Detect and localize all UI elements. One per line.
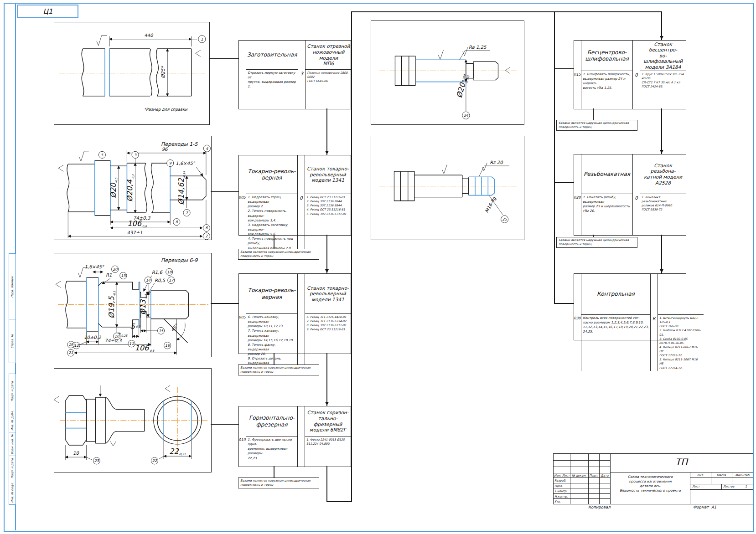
svg-text:23: 23 (94, 459, 99, 463)
dim-10: 10 (65, 445, 92, 460)
connector (554, 11, 555, 303)
connector (554, 182, 574, 183)
mill-direction (100, 385, 116, 446)
operation-number-cell: 020 (574, 154, 581, 235)
svg-text:10: 10 (114, 334, 119, 339)
svg-text:R1,6: R1,6 (152, 270, 163, 275)
balloon-22: 22 (151, 457, 158, 464)
arrow-down-icon (660, 150, 663, 154)
tooling-list: 6. Резец 311.2126.4420-01 7. Резец 311.2… (305, 314, 351, 333)
sketch-caption: Переходы 1-5 (161, 141, 198, 147)
datum-icon (58, 165, 63, 171)
balloon-16: 16 (164, 342, 171, 349)
balloon-7: 7 (183, 209, 190, 216)
connector (351, 11, 662, 12)
count-cell: 0 (298, 155, 305, 256)
count-cell (298, 406, 305, 467)
operation-card-inspection: 030 Контрольная Контроль всех поверхност… (574, 273, 686, 340)
svg-text:10±0,2: 10±0,2 (84, 335, 101, 340)
operation-number-cell: 015 (574, 41, 581, 109)
operation-number-cell: 030 (574, 274, 581, 371)
dim-5: 5-0,3 (130, 317, 157, 333)
balloon-11: 11 (128, 340, 135, 347)
balloon-18: 18 (166, 268, 173, 275)
col-data: Дата (599, 474, 610, 478)
balloon-9: 9 (167, 159, 174, 166)
operation-number-cell: 010 (239, 406, 246, 467)
frame-field-perv-primen: Перв. примен. (9, 253, 16, 320)
svg-text:74±0,3: 74±0,3 (104, 338, 122, 343)
tooling-list: 1. Комплект резьбонакатных роликов 614-П… (640, 194, 686, 213)
operation-number-cell: 005 (239, 274, 246, 371)
balloon-6: 6 (203, 225, 210, 231)
dim-10: 10±0,2 (80, 332, 101, 344)
connector (554, 68, 574, 69)
col-podp: Подп. (588, 474, 599, 478)
format-value: А1 (711, 505, 716, 509)
svg-text:Ra 1,25: Ra 1,25 (469, 45, 487, 50)
dim-440: 440 (109, 33, 197, 46)
machine-title: Станок отрезной ножовочный модели МП6 (306, 41, 351, 70)
frame-field-inv-dubl: Инв. № дубл. (9, 408, 16, 433)
svg-text:17: 17 (169, 278, 174, 282)
sketch-caption: Переходы 6-9 (161, 257, 198, 263)
count-cell (298, 274, 305, 371)
operation-card-turning-1: 005 Токарно-револь- верная 1. Подрезать … (238, 155, 351, 236)
operation-number: 015 (573, 72, 581, 77)
machine-title: Станок токарно- револьверный модели 1341 (305, 274, 351, 314)
tooling-list: Полотно ножовочное 2800-0002 ГОСТ 6645-8… (306, 70, 351, 84)
svg-text:7: 7 (186, 211, 188, 215)
dim-dia20-e9: Ø20-0,040-0,092 (455, 60, 470, 111)
connector (274, 466, 274, 478)
col-izm: Изм. (554, 474, 562, 478)
row-tkontr: Т.контр. (554, 489, 567, 493)
machine-title: Станок резьбона- катной модели А2528 (640, 154, 686, 194)
operation-number: 005 (238, 315, 246, 319)
operation-card-turning-2: 005 Токарно-револь- верная 6. Точить кан… (238, 273, 351, 354)
balloon-20: 20 (112, 266, 119, 272)
sketch-grinding-svg: Ra 1,25 Ø20-0,040-0,092 24 (371, 21, 524, 124)
connector (211, 424, 238, 425)
svg-text:106-0,8: 106-0,8 (135, 344, 155, 352)
operation-steps: 1. Подрезать торец, выдерживая размер 2.… (246, 194, 297, 256)
roughness-callout: Ra 1,25 (460, 45, 490, 60)
arrow-down-icon (660, 36, 663, 40)
count-cell: К (651, 274, 658, 371)
reference-note: *Размер для справки (144, 107, 188, 112)
connector (593, 235, 594, 237)
sheets-label: Листов (723, 485, 734, 488)
svg-text:5: 5 (101, 153, 104, 157)
connector (593, 108, 594, 120)
arrow-down-icon (660, 269, 663, 273)
sketch-transitions-6-9: Переходы 6-9 (54, 253, 212, 357)
svg-text:Ø19,5-0,5: Ø19,5-0,5 (107, 290, 116, 318)
dim-thread-m16: М16-8g (484, 195, 502, 215)
row-prov: Пров. (554, 484, 563, 488)
sketch-milling: 10 22-0,21 23 22 (54, 368, 212, 472)
svg-text:20: 20 (113, 267, 118, 272)
tooling-list: 1. Резец ОСТ 23.51216-81 2. Резец 307.21… (305, 194, 351, 217)
count-cell: 3 (298, 41, 306, 109)
svg-text:4: 4 (206, 147, 208, 151)
connector (211, 191, 238, 192)
svg-text:15: 15 (159, 329, 164, 333)
dim-dia14-62: Ø14,62-0,14 (177, 171, 186, 208)
svg-text:Rz 20: Rz 20 (490, 160, 503, 165)
balloon-2: 2 (203, 233, 210, 240)
svg-text:437±1: 437±1 (127, 230, 142, 235)
operation-steps: Отрезать мерную заготовку от прутка, выд… (246, 70, 298, 90)
sheet-label: Лист (692, 485, 699, 488)
operation-number-cell: 005 (239, 155, 246, 256)
balloon-24: 24 (462, 112, 470, 119)
mass-label: Масса (711, 473, 732, 477)
col-list: Лист (562, 474, 570, 478)
svg-text:1: 1 (201, 37, 203, 41)
operation-number: 030 (573, 316, 581, 320)
operation-steps: 1. Накатать резьбу, выдерживая размер 25… (581, 194, 632, 215)
svg-text:6: 6 (205, 226, 208, 230)
svg-text:Ø20-0,040-0,092: Ø20-0,040-0,092 (455, 73, 470, 99)
connector (211, 303, 238, 304)
connector (274, 353, 274, 365)
svg-text:14: 14 (146, 278, 151, 282)
balloon-19: 19 (67, 341, 74, 348)
